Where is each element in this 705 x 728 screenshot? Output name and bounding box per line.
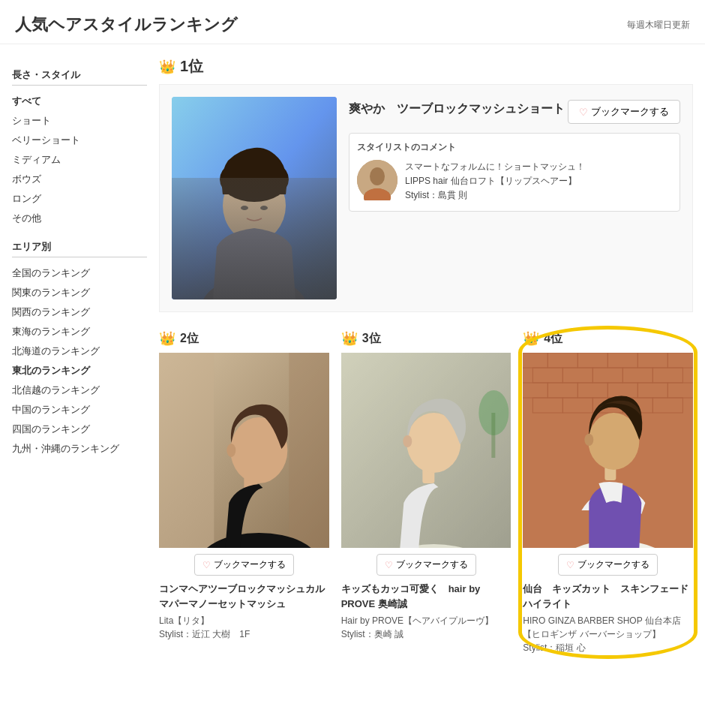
rank1-image-container bbox=[172, 97, 337, 299]
sidebar-item-other[interactable]: その他 bbox=[12, 209, 147, 228]
svg-point-3 bbox=[223, 170, 286, 242]
rank2-salon: Lita【リタ】 bbox=[159, 614, 329, 627]
rank4-crown-icon: 👑 bbox=[523, 330, 539, 347]
rank4-badge-text: 4位 bbox=[544, 331, 562, 347]
rank4-salon: HIRO GINZA BARBER SHOP 仙台本店【ヒロギンザ バーバーショ… bbox=[523, 614, 693, 641]
svg-point-5 bbox=[241, 206, 248, 210]
rank4-title: 仙台 キッズカット スキンフェード ハイライト bbox=[523, 582, 693, 611]
rank1-bookmark-button[interactable]: ♡ ブックマークする bbox=[568, 100, 680, 124]
rank4-stylist: Stylist：稲垣 心 bbox=[523, 641, 693, 654]
sidebar-item-hokkaido[interactable]: 北海道のランキング bbox=[12, 341, 147, 361]
rank2-badge-text: 2位 bbox=[180, 331, 199, 347]
update-info: 毎週木曜日更新 bbox=[627, 19, 690, 32]
stylist-info: スマートなフォルムに！ショートマッシュ！ LIPPS hair 仙台ロフト【リッ… bbox=[357, 160, 672, 203]
sidebar-item-veryshort[interactable]: ベリーショート bbox=[12, 131, 147, 150]
rank4-card: 👑 4位 bbox=[523, 330, 693, 654]
svg-rect-0 bbox=[172, 97, 337, 299]
rank4-badge: 👑 4位 bbox=[523, 330, 693, 347]
rank3-bookmark-button[interactable]: ♡ ブックマークする bbox=[376, 554, 476, 576]
sidebar-item-all[interactable]: すべて bbox=[12, 92, 147, 111]
lower-ranks: 👑 2位 bbox=[159, 330, 693, 654]
sidebar-item-kanto[interactable]: 関東のランキング bbox=[12, 283, 147, 302]
rank3-crown-icon: 👑 bbox=[341, 330, 358, 347]
rank3-stylist: Stylist：奥崎 誠 bbox=[341, 627, 512, 641]
stylist-comment-title: スタイリストのコメント bbox=[357, 141, 672, 154]
rank1-bookmark-label: ブックマークする bbox=[591, 105, 669, 119]
rank1-badge: 👑 1位 bbox=[159, 56, 693, 77]
rank1-card: 爽やか ツーブロックマッシュショート ♡ ブックマークする スタイリストのコメン… bbox=[159, 84, 693, 312]
svg-point-8 bbox=[370, 167, 385, 185]
svg-rect-2 bbox=[247, 221, 262, 243]
rank1-badge-text: 1位 bbox=[180, 56, 203, 77]
sidebar-item-zenkoku[interactable]: 全国のランキング bbox=[12, 263, 147, 283]
sidebar-item-long[interactable]: ロング bbox=[12, 189, 147, 209]
rank2-title: コンマヘアツーブロックマッシュカルマパーマノーセットマッシュ bbox=[159, 582, 329, 611]
sidebar-item-chugoku[interactable]: 中国のランキング bbox=[12, 400, 147, 420]
rank1-heart-icon: ♡ bbox=[579, 107, 588, 118]
rank2-heart-icon: ♡ bbox=[202, 560, 211, 570]
sidebar-item-tokai[interactable]: 東海のランキング bbox=[12, 322, 147, 341]
rank2-image bbox=[159, 353, 329, 548]
rank3-badge-text: 3位 bbox=[362, 331, 381, 347]
main-layout: 長さ・スタイル すべて ショート ベリーショート ミディアム ボウズ ロング そ… bbox=[0, 44, 705, 666]
rank1-section: 👑 1位 bbox=[159, 56, 693, 312]
stylist-text: スマートなフォルムに！ショートマッシュ！ LIPPS hair 仙台ロフト【リッ… bbox=[405, 160, 585, 203]
page-header: 人気ヘアスタイルランキング 毎週木曜日更新 bbox=[0, 0, 705, 44]
svg-point-17 bbox=[226, 444, 236, 457]
stylist-name: Stylist：島貫 則 bbox=[405, 188, 585, 203]
sidebar-item-kyushu[interactable]: 九州・沖縄のランキング bbox=[12, 439, 147, 459]
rank4-bookmark-button[interactable]: ♡ ブックマークする bbox=[558, 554, 658, 576]
rank1-title: 爽やか ツーブロックマッシュショート bbox=[349, 100, 565, 118]
rank4-heart-icon: ♡ bbox=[566, 560, 574, 570]
rank3-badge: 👑 3位 bbox=[341, 330, 512, 347]
sidebar-section1-title: 長さ・スタイル bbox=[12, 68, 147, 86]
svg-point-23 bbox=[403, 435, 412, 447]
sidebar-item-hokushinetsu[interactable]: 北信越のランキング bbox=[12, 381, 147, 400]
rank3-heart-icon: ♡ bbox=[385, 560, 393, 570]
sidebar-item-kansai[interactable]: 関西のランキング bbox=[12, 302, 147, 322]
rank1-header: 爽やか ツーブロックマッシュショート ♡ ブックマークする bbox=[349, 100, 680, 124]
rank3-image bbox=[341, 353, 512, 548]
rank1-image bbox=[172, 97, 337, 299]
rank4-bookmark-label: ブックマークする bbox=[578, 558, 650, 571]
rank3-salon: Hair by PROVE【ヘアバイプルーヴ】 bbox=[341, 614, 512, 627]
rank2-crown-icon: 👑 bbox=[159, 330, 176, 347]
sidebar-item-short[interactable]: ショート bbox=[12, 111, 147, 131]
rank2-stylist: Stylist：近江 大樹 1F bbox=[159, 627, 329, 641]
rank2-bookmark-label: ブックマークする bbox=[214, 558, 286, 571]
rank1-crown-icon: 👑 bbox=[159, 59, 176, 75]
sidebar-item-shikoku[interactable]: 四国のランキング bbox=[12, 420, 147, 439]
rank3-card: 👑 3位 bbox=[341, 330, 512, 654]
page-wrapper: 人気ヘアスタイルランキング 毎週木曜日更新 長さ・スタイル すべて ショート ベ… bbox=[0, 0, 705, 666]
svg-rect-25 bbox=[491, 413, 495, 458]
rank3-title: キッズもカッコ可愛く hair by PROVE 奥崎誠 bbox=[341, 582, 512, 611]
stylist-comment-box: スタイリストのコメント bbox=[349, 133, 680, 212]
svg-point-6 bbox=[260, 206, 268, 210]
content: 👑 1位 bbox=[159, 56, 693, 654]
stylist-salon: LIPPS hair 仙台ロフト【リップスヘアー】 bbox=[405, 174, 585, 188]
svg-point-52 bbox=[585, 434, 594, 446]
svg-point-1 bbox=[202, 277, 307, 299]
rank4-image bbox=[523, 353, 693, 548]
rank2-card: 👑 2位 bbox=[159, 330, 329, 654]
sidebar: 長さ・スタイル すべて ショート ベリーショート ミディアム ボウズ ロング そ… bbox=[12, 56, 147, 654]
rank1-info: 爽やか ツーブロックマッシュショート ♡ ブックマークする スタイリストのコメン… bbox=[349, 97, 680, 299]
stylist-avatar bbox=[357, 160, 398, 200]
page-title: 人気ヘアスタイルランキング bbox=[15, 14, 238, 36]
sidebar-item-tohoku[interactable]: 東北のランキング bbox=[12, 361, 147, 381]
rank3-bookmark-label: ブックマークする bbox=[396, 558, 468, 571]
svg-rect-12 bbox=[159, 353, 214, 548]
rank2-bookmark-button[interactable]: ♡ ブックマークする bbox=[194, 554, 294, 576]
sidebar-item-bowzu[interactable]: ボウズ bbox=[12, 170, 147, 189]
stylist-comment: スマートなフォルムに！ショートマッシュ！ bbox=[405, 160, 585, 174]
sidebar-section2-title: エリア別 bbox=[12, 240, 147, 257]
sidebar-item-medium[interactable]: ミディアム bbox=[12, 150, 147, 170]
svg-rect-13 bbox=[289, 353, 328, 548]
rank2-badge: 👑 2位 bbox=[159, 330, 329, 347]
